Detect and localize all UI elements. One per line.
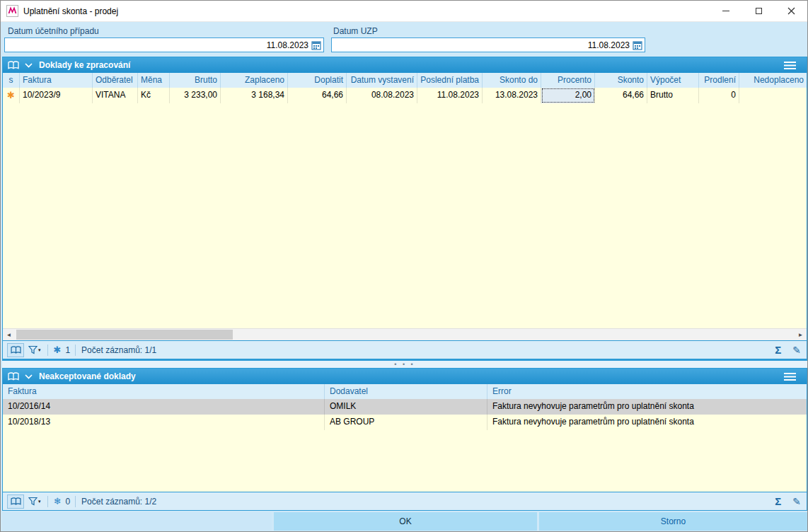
scrollbar-track[interactable]	[15, 329, 795, 340]
column-header-faktura[interactable]: Faktura	[3, 384, 325, 399]
book-icon	[11, 346, 21, 354]
filter-icon[interactable]: ▾	[28, 345, 41, 354]
cell-doplatit: 64,66	[288, 88, 347, 103]
cell-mena: Kč	[138, 88, 170, 103]
panel2-title: Neakceptované doklady	[39, 371, 136, 381]
menu-icon[interactable]	[784, 372, 796, 381]
splitter-handle[interactable]: • • •	[2, 359, 807, 368]
cell-skonto-do: 13.08.2023	[483, 88, 541, 103]
cell-error: Faktura nevyhovuje parametrům pro uplatn…	[487, 399, 807, 415]
table-row-selected[interactable]: 10/2016/14 OMILK Faktura nevyhovuje para…	[3, 399, 807, 415]
minimize-icon	[722, 11, 729, 11]
date-value: 11.08.2023	[267, 40, 308, 50]
filter-caret-icon: ▾	[38, 347, 41, 353]
scroll-right-button[interactable]: ►	[795, 329, 807, 340]
cell-error: Faktura nevyhovuje parametrům pro uplatn…	[487, 415, 807, 430]
cell-zaplaceno: 3 168,34	[221, 88, 288, 103]
column-header-vypocet[interactable]: Výpočet	[647, 73, 699, 88]
filter-icon[interactable]: ▾	[28, 497, 41, 506]
scroll-left-button[interactable]: ◄	[3, 329, 15, 340]
label-datum-uzp: Datum UZP	[333, 26, 378, 36]
cell-dodavatel: AB GROUP	[325, 415, 487, 430]
column-header-odberatel[interactable]: Odběratel	[93, 73, 138, 88]
book-icon[interactable]	[8, 61, 19, 70]
cell-procento-focused[interactable]: 2,00	[541, 88, 595, 103]
cell-faktura: 10/2016/14	[3, 399, 325, 415]
column-header-procento[interactable]: Procento	[541, 73, 595, 88]
sum-icon[interactable]: Σ	[775, 344, 781, 356]
book-icon[interactable]	[8, 372, 19, 381]
table-row[interactable]: ✱ 10/2023/9 VITANA Kč 3 233,00 3 168,34 …	[3, 88, 807, 103]
panel1-statusbar: ▾ ✱ 1 Počet záznamů: 1/1 Σ ✎	[3, 340, 807, 359]
column-header-datum-vystaveni[interactable]: Datum vystavení	[347, 73, 417, 88]
date-value: 11.08.2023	[588, 40, 630, 50]
app-icon	[6, 5, 18, 17]
scrollbar-thumb[interactable]	[16, 330, 233, 340]
datum-uzp-input[interactable]: 11.08.2023	[331, 37, 645, 52]
button-bar-left-area	[2, 512, 272, 531]
chevron-down-icon[interactable]	[25, 63, 33, 68]
column-header-skonto[interactable]: Skonto	[595, 73, 647, 88]
badge-count: 0	[65, 497, 70, 507]
panel2-header: Neakceptované doklady	[3, 369, 807, 384]
storno-button[interactable]: Storno	[539, 512, 807, 531]
cell-datum-vystaveni: 08.08.2023	[347, 88, 417, 103]
ok-button[interactable]: OK	[274, 512, 537, 531]
calendar-icon[interactable]	[633, 40, 642, 50]
column-header-dodavatel[interactable]: Dodavatel	[325, 384, 487, 399]
maximize-icon	[756, 8, 762, 14]
label-datum-ucetniho-pripadu: Datum účetního případu	[8, 26, 99, 36]
edit-icon[interactable]: ✎	[792, 496, 801, 507]
column-header-skonto-do[interactable]: Skonto do	[483, 73, 541, 88]
panel2-statusbar: ▾ ❄ 0 Počet záznamů: 1/2 Σ ✎	[3, 492, 807, 510]
column-header-prodleni[interactable]: Prodlení	[699, 73, 739, 88]
book-button[interactable]	[7, 495, 24, 509]
column-header-mena[interactable]: Měna	[138, 73, 170, 88]
button-bar: OK Storno	[1, 511, 807, 531]
form-area: Datum účetního případu Datum UZP 11.08.2…	[1, 22, 807, 57]
book-button[interactable]	[7, 343, 24, 357]
column-header-posledni-platba[interactable]: Poslední platba	[417, 73, 483, 88]
close-icon	[787, 7, 795, 15]
cell-skonto: 64,66	[595, 88, 647, 103]
column-header-faktura[interactable]: Faktura	[20, 73, 93, 88]
window: Uplatnění skonta - prodej Datum účetního…	[0, 0, 808, 532]
titlebar: Uplatnění skonta - prodej	[1, 1, 807, 22]
window-title: Uplatnění skonta - prodej	[23, 6, 118, 16]
sum-icon[interactable]: Σ	[775, 495, 781, 507]
cell-vypocet: Brutto	[647, 88, 699, 103]
separator	[75, 345, 76, 356]
menu-icon[interactable]	[784, 61, 796, 70]
column-header-brutto[interactable]: Brutto	[170, 73, 221, 88]
cell-brutto: 3 233,00	[170, 88, 221, 103]
column-header-doplatit[interactable]: Doplatit	[288, 73, 347, 88]
datum-ucetniho-pripadu-input[interactable]: 11.08.2023	[4, 37, 324, 52]
panel1-table-empty-area	[3, 103, 807, 328]
column-header-nedoplaceno[interactable]: Nedoplaceno	[739, 73, 807, 88]
cell-faktura: 10/2023/9	[20, 88, 93, 103]
close-button[interactable]	[775, 1, 807, 21]
asterisk-badge-icon: ✱	[54, 345, 62, 355]
book-icon	[11, 497, 21, 506]
filter-caret-icon: ▾	[38, 499, 41, 504]
edit-icon[interactable]: ✎	[792, 345, 801, 356]
panel1-title: Doklady ke zpracování	[39, 60, 130, 70]
minimize-button[interactable]	[710, 1, 742, 21]
cell-posledni-platba: 11.08.2023	[417, 88, 483, 103]
cell-nedoplaceno	[739, 88, 807, 103]
separator	[75, 496, 76, 507]
table-row[interactable]: 10/2018/13 AB GROUP Faktura nevyhovuje p…	[3, 415, 807, 430]
cell-dodavatel: OMILK	[325, 399, 487, 415]
record-count-text: Počet záznamů: 1/1	[81, 345, 156, 355]
panel2-table-header: Faktura Dodavatel Error	[3, 384, 807, 399]
column-header-s[interactable]: s	[3, 73, 20, 88]
column-header-zaplaceno[interactable]: Zaplaceno	[221, 73, 288, 88]
panel1-header: Doklady ke zpracování	[3, 57, 807, 73]
cell-odberatel: VITANA	[93, 88, 138, 103]
calendar-icon[interactable]	[311, 40, 321, 50]
chevron-down-icon[interactable]	[25, 374, 33, 379]
separator	[47, 345, 48, 356]
horizontal-scrollbar[interactable]: ◄ ►	[3, 328, 807, 340]
column-header-error[interactable]: Error	[487, 384, 807, 399]
maximize-button[interactable]	[742, 1, 775, 21]
